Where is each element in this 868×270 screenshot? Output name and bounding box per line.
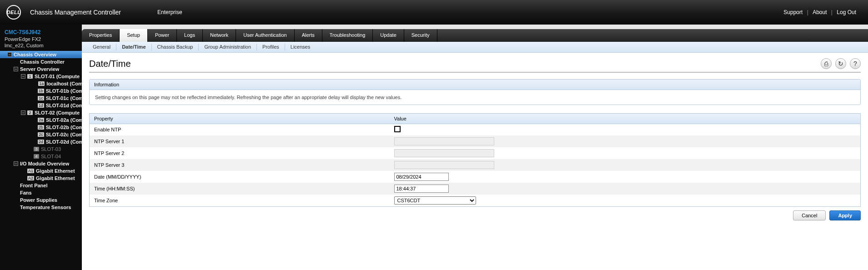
subtab-chassis-backup[interactable]: Chassis Backup [152, 42, 199, 52]
primary-tabs: Properties Setup Power Logs Network User… [82, 29, 868, 42]
subtab-licenses[interactable]: Licenses [285, 42, 316, 52]
collapse-icon[interactable]: − [21, 110, 25, 115]
label-ntp2: NTP Server 2 [90, 147, 390, 159]
tab-security[interactable]: Security [404, 29, 437, 42]
subtab-group-administration[interactable]: Group Administration [199, 42, 256, 52]
tab-user-authentication[interactable]: User Authentication [236, 29, 294, 42]
apply-button[interactable]: Apply [829, 210, 861, 220]
app-subtitle: Enterprise [157, 9, 182, 15]
page-title: Date/Time [89, 59, 131, 69]
tree-slot-02b[interactable]: 2bSLOT-02b (Com [0, 124, 82, 131]
sidebar: CMC-7S6J942 PowerEdge FX2 lmc_e22, Custo… [0, 25, 82, 270]
separator: | [807, 9, 808, 15]
refresh-button[interactable]: ↻ [835, 58, 846, 69]
row-date: Date (MM/DD/YYYY) [90, 171, 861, 183]
label-date: Date (MM/DD/YYYY) [90, 171, 390, 183]
device-id[interactable]: CMC-7S6J942 [0, 27, 82, 36]
tree-chassis-overview[interactable]: −Chassis Overview [0, 51, 82, 58]
tree-slot-01b[interactable]: 1bSLOT-01b (Com [0, 87, 82, 95]
info-box: Information Setting changes on this page… [89, 79, 861, 105]
timezone-select[interactable]: CST6CDT [394, 196, 476, 205]
row-time: Time (HH:MM:SS) [90, 183, 861, 195]
tree-server-overview[interactable]: −Server Overview [0, 65, 82, 73]
tree-slot-03[interactable]: 3SLOT-03 [0, 145, 82, 153]
tab-troubleshooting[interactable]: Troubleshooting [322, 29, 373, 42]
tree-io-a2[interactable]: A2Gigabit Ethernet [0, 175, 82, 182]
tree-slot-01a[interactable]: 1alocalhost (Com [0, 80, 82, 87]
device-user: lmc_e22, Custom [0, 43, 82, 51]
subtab-general[interactable]: General [87, 42, 116, 52]
label-ntp3: NTP Server 3 [90, 159, 390, 171]
support-link[interactable]: Support [781, 9, 805, 15]
tab-network[interactable]: Network [203, 29, 236, 42]
ntp-server-1-input[interactable] [394, 137, 494, 145]
tree-slot-02a[interactable]: 2aSLOT-02a (Com [0, 116, 82, 124]
printer-icon: ⎙ [824, 60, 828, 67]
date-input[interactable] [394, 173, 449, 181]
question-icon: ? [853, 60, 857, 67]
ntp-server-3-input[interactable] [394, 161, 494, 169]
tree-front-panel[interactable]: Front Panel [0, 182, 82, 189]
refresh-icon: ↻ [838, 60, 843, 67]
main-panel: Properties Setup Power Logs Network User… [82, 25, 868, 270]
row-timezone: Time Zone CST6CDT [90, 195, 861, 207]
row-ntp2: NTP Server 2 [90, 147, 861, 159]
properties-table: Property Value Enable NTP NTP Server 1 N… [89, 113, 861, 207]
enable-ntp-checkbox[interactable] [394, 126, 401, 132]
time-input[interactable] [394, 185, 449, 193]
label-timezone: Time Zone [90, 195, 390, 207]
col-value: Value [390, 114, 861, 124]
label-ntp1: NTP Server 1 [90, 135, 390, 147]
tab-setup[interactable]: Setup [120, 29, 148, 42]
tab-update[interactable]: Update [373, 29, 404, 42]
ntp-server-2-input[interactable] [394, 149, 494, 157]
collapse-icon[interactable]: − [14, 67, 18, 71]
tree-fans[interactable]: Fans [0, 189, 82, 196]
logout-link[interactable]: Log Out [834, 9, 859, 15]
info-box-body: Setting changes on this page may not be … [90, 90, 860, 105]
tree-slot-01c[interactable]: 1cSLOT-01c (Com [0, 95, 82, 102]
header-links: Support | About | Log Out [781, 9, 859, 15]
app-title: Chassis Management Controller [30, 9, 121, 16]
divider [89, 72, 861, 73]
tree-slot-01[interactable]: −1SLOT-01 (Compute [0, 73, 82, 80]
tab-power[interactable]: Power [148, 29, 177, 42]
row-ntp1: NTP Server 1 [90, 135, 861, 147]
row-enable-ntp: Enable NTP [90, 124, 861, 135]
tree-slot-02c[interactable]: 2cSLOT-02c (Com [0, 131, 82, 138]
tree-temperature-sensors[interactable]: Temperature Sensors [0, 204, 82, 211]
collapse-icon[interactable]: − [7, 52, 12, 57]
collapse-icon[interactable]: − [14, 161, 18, 166]
tab-properties[interactable]: Properties [82, 29, 120, 42]
tree-slot-02d[interactable]: 2dSLOT-02d (Com [0, 138, 82, 145]
collapse-icon[interactable]: − [21, 74, 25, 79]
nav-tree: −Chassis Overview Chassis Controller −Se… [0, 51, 82, 211]
help-button[interactable]: ? [850, 58, 861, 69]
label-time: Time (HH:MM:SS) [90, 183, 390, 195]
tree-io-a1[interactable]: A1Gigabit Ethernet [0, 167, 82, 175]
logo-text: DELL [7, 10, 21, 15]
about-link[interactable]: About [810, 9, 829, 15]
tree-io-module-overview[interactable]: −I/O Module Overview [0, 160, 82, 167]
separator: | [831, 9, 833, 15]
secondary-tabs: General Date/Time Chassis Backup Group A… [82, 42, 868, 53]
tree-power-supplies[interactable]: Power Supplies [0, 196, 82, 204]
tree-chassis-controller[interactable]: Chassis Controller [0, 58, 82, 65]
tree-slot-02[interactable]: −2SLOT-02 (Compute [0, 109, 82, 116]
print-button[interactable]: ⎙ [821, 58, 832, 69]
tree-slot-01d[interactable]: 1dSLOT-01d (Com [0, 102, 82, 109]
brand-bar: DELL Chassis Management Controller Enter… [0, 0, 868, 25]
subtab-date-time[interactable]: Date/Time [116, 42, 151, 52]
tab-alerts[interactable]: Alerts [295, 29, 322, 42]
dell-logo: DELL [6, 5, 21, 20]
cancel-button[interactable]: Cancel [793, 210, 826, 220]
subtab-profiles[interactable]: Profiles [257, 42, 285, 52]
info-box-header: Information [90, 80, 860, 90]
tree-slot-04[interactable]: 4SLOT-04 [0, 153, 82, 160]
tab-logs[interactable]: Logs [177, 29, 203, 42]
col-property: Property [90, 114, 390, 124]
row-ntp3: NTP Server 3 [90, 159, 861, 171]
label-enable-ntp: Enable NTP [90, 124, 390, 135]
